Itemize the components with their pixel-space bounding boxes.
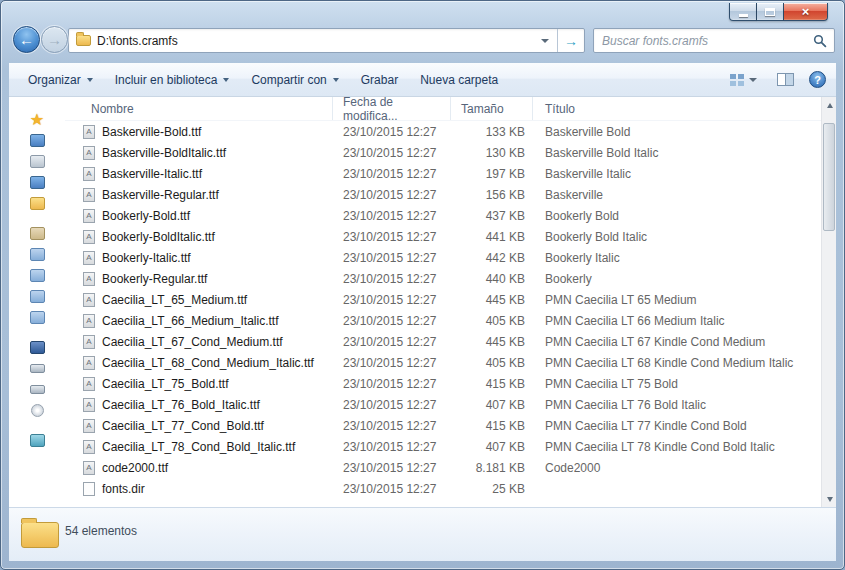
sidebar-item-downloads[interactable] [9, 130, 65, 151]
videos-library-icon [30, 311, 45, 324]
file-date-modified: 23/10/2015 12:27 [333, 398, 451, 412]
sidebar-item-pictures[interactable] [9, 265, 65, 286]
sidebar-item-libraries[interactable] [9, 223, 65, 244]
toolbar-share-with-button[interactable]: Compartir con [240, 68, 349, 92]
views-icon [730, 73, 745, 86]
file-row[interactable]: Baskerville-Regular.ttf 23/10/2015 12:27… [65, 184, 821, 205]
network-icon [30, 434, 45, 447]
help-button[interactable]: ? [809, 71, 826, 88]
sidebar-item-folder[interactable] [9, 193, 65, 214]
file-date-modified: 23/10/2015 12:27 [333, 293, 451, 307]
file-row[interactable]: Baskerville-BoldItalic.ttf 23/10/2015 12… [65, 142, 821, 163]
maximize-button[interactable] [757, 3, 784, 21]
explorer-window: × ← → D:\fonts.cramfs → Organizar [0, 0, 845, 570]
file-date-modified: 23/10/2015 12:27 [333, 377, 451, 391]
file-row[interactable]: fonts.dir 23/10/2015 12:27 25 KB [65, 478, 821, 499]
file-row[interactable]: Caecilia_LT_78_Cond_Bold_Italic.ttf 23/1… [65, 436, 821, 457]
address-path[interactable]: D:\fonts.cramfs [97, 34, 178, 48]
sidebar-item-dvd-drive[interactable] [9, 400, 65, 421]
file-row[interactable]: Caecilia_LT_75_Bold.ttf 23/10/2015 12:27… [65, 373, 821, 394]
file-title: Bookerly Bold [533, 209, 821, 223]
search-box[interactable] [593, 28, 835, 53]
sidebar-item-videos[interactable] [9, 307, 65, 328]
scroll-down-icon [827, 497, 833, 502]
forward-button[interactable]: → [41, 26, 68, 53]
ttf-file-icon [83, 398, 95, 412]
folder-icon [76, 35, 91, 46]
file-date-modified: 23/10/2015 12:27 [333, 419, 451, 433]
column-header-size[interactable]: Tamaño [451, 97, 533, 120]
back-button[interactable]: ← [13, 26, 40, 53]
ttf-file-icon [83, 125, 95, 139]
preview-pane-button[interactable] [772, 70, 799, 89]
local-disk-icon [30, 385, 45, 394]
file-date-modified: 23/10/2015 12:27 [333, 461, 451, 475]
ttf-file-icon [83, 377, 95, 391]
command-bar-right: ? [725, 70, 826, 89]
file-row[interactable]: Caecilia_LT_76_Bold_Italic.ttf 23/10/201… [65, 394, 821, 415]
sidebar-item-computer[interactable] [9, 337, 65, 358]
file-row[interactable]: Caecilia_LT_67_Cond_Medium.ttf 23/10/201… [65, 331, 821, 352]
sidebar-group-spacer[interactable] [9, 214, 65, 223]
ttf-file-icon [83, 356, 95, 370]
minimize-button[interactable] [729, 3, 757, 21]
maximize-icon [765, 8, 775, 16]
file-row[interactable]: Bookerly-Italic.ttf 23/10/2015 12:27 442… [65, 247, 821, 268]
sidebar-item-desktop[interactable] [9, 151, 65, 172]
search-input[interactable] [594, 34, 813, 48]
go-button[interactable]: → [557, 29, 584, 52]
column-header-name[interactable]: Nombre [65, 97, 333, 120]
file-row[interactable]: Caecilia_LT_66_Medium_Italic.ttf 23/10/2… [65, 310, 821, 331]
file-row[interactable]: Bookerly-Regular.ttf 23/10/2015 12:27 44… [65, 268, 821, 289]
file-name: Baskerville-Bold.ttf [102, 125, 201, 139]
file-size: 8.181 KB [451, 461, 533, 475]
column-headers: Nombre Fecha de modifica... Tamaño Títul… [65, 97, 821, 121]
desktop-icon [30, 155, 45, 168]
column-header-date-modified[interactable]: Fecha de modifica... [333, 97, 451, 120]
sidebar-item-music[interactable] [9, 286, 65, 307]
file-title: PMN Caecilia LT 65 Medium [533, 293, 821, 307]
file-row[interactable]: Baskerville-Bold.ttf 23/10/2015 12:27 13… [65, 121, 821, 142]
sidebar-group-spacer[interactable] [9, 328, 65, 337]
file-row[interactable]: Caecilia_LT_65_Medium.ttf 23/10/2015 12:… [65, 289, 821, 310]
toolbar-new-folder-button[interactable]: Nueva carpeta [409, 68, 509, 92]
toolbar-organize-button[interactable]: Organizar [17, 68, 104, 92]
file-list: Nombre Fecha de modifica... Tamaño Títul… [65, 97, 836, 507]
toolbar-include-in-library-button[interactable]: Incluir en biblioteca [104, 68, 241, 92]
file-row[interactable]: Caecilia_LT_68_Cond_Medium_Italic.ttf 23… [65, 352, 821, 373]
sidebar-item-local-disk-d[interactable] [9, 379, 65, 400]
file-name: Caecilia_LT_76_Bold_Italic.ttf [102, 398, 260, 412]
sidebar-item-favorites[interactable] [9, 109, 65, 130]
file-date-modified: 23/10/2015 12:27 [333, 251, 451, 265]
column-header-title[interactable]: Título [533, 97, 821, 120]
file-name: fonts.dir [102, 482, 145, 496]
file-date-modified: 23/10/2015 12:27 [333, 125, 451, 139]
close-button[interactable]: × [784, 3, 828, 21]
search-icon[interactable] [813, 34, 827, 48]
scrollbar-thumb[interactable] [823, 123, 835, 231]
ttf-file-icon [83, 167, 95, 181]
sidebar-item-documents[interactable] [9, 244, 65, 265]
file-title: PMN Caecilia LT 78 Kindle Cond Bold Ital… [533, 440, 821, 454]
sidebar-group-spacer[interactable] [9, 421, 65, 430]
file-row[interactable]: Bookerly-BoldItalic.ttf 23/10/2015 12:27… [65, 226, 821, 247]
views-dropdown-icon [749, 78, 757, 82]
sidebar-item-recent-places[interactable] [9, 172, 65, 193]
sidebar-item-network[interactable] [9, 430, 65, 451]
file-name: code2000.ttf [102, 461, 168, 475]
file-row[interactable]: code2000.ttf 23/10/2015 12:27 8.181 KB C… [65, 457, 821, 478]
address-bar[interactable]: D:\fonts.cramfs → [68, 28, 585, 53]
change-view-button[interactable] [725, 70, 762, 89]
scroll-down-button[interactable] [822, 491, 836, 507]
sidebar-item-local-disk-c[interactable] [9, 358, 65, 379]
toolbar-burn-button[interactable]: Grabar [350, 68, 409, 92]
ttf-file-icon [83, 335, 95, 349]
address-dropdown-icon[interactable] [541, 39, 549, 43]
documents-library-icon [30, 248, 45, 261]
vertical-scrollbar[interactable] [821, 97, 836, 507]
file-row[interactable]: Baskerville-Italic.ttf 23/10/2015 12:27 … [65, 163, 821, 184]
file-row[interactable]: Bookerly-Bold.ttf 23/10/2015 12:27 437 K… [65, 205, 821, 226]
local-disk-icon [30, 364, 45, 373]
scroll-up-button[interactable] [822, 97, 836, 113]
file-row[interactable]: Caecilia_LT_77_Cond_Bold.ttf 23/10/2015 … [65, 415, 821, 436]
